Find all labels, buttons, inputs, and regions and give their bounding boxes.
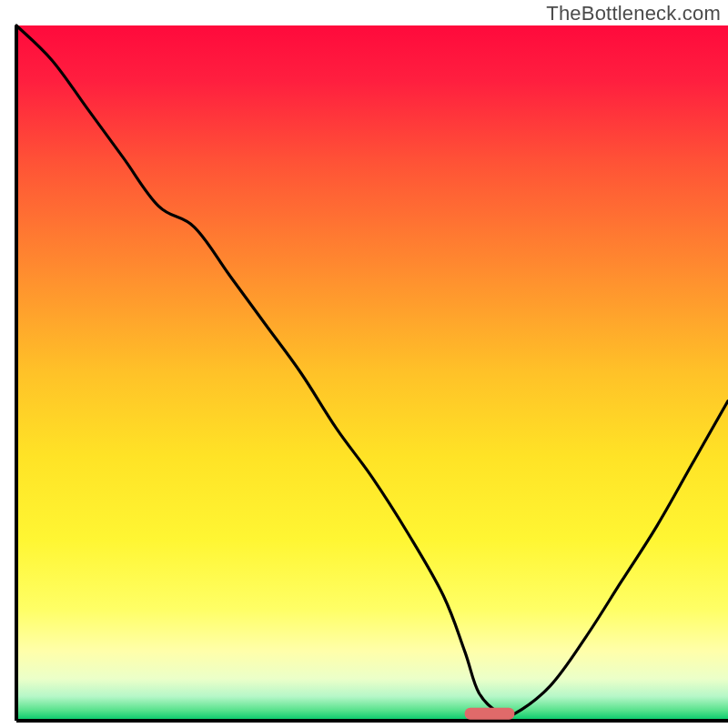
chart-stage: TheBottleneck.com (0, 0, 728, 728)
plot-background (16, 25, 728, 721)
bottleneck-chart (0, 0, 728, 728)
optimal-marker (465, 708, 515, 720)
